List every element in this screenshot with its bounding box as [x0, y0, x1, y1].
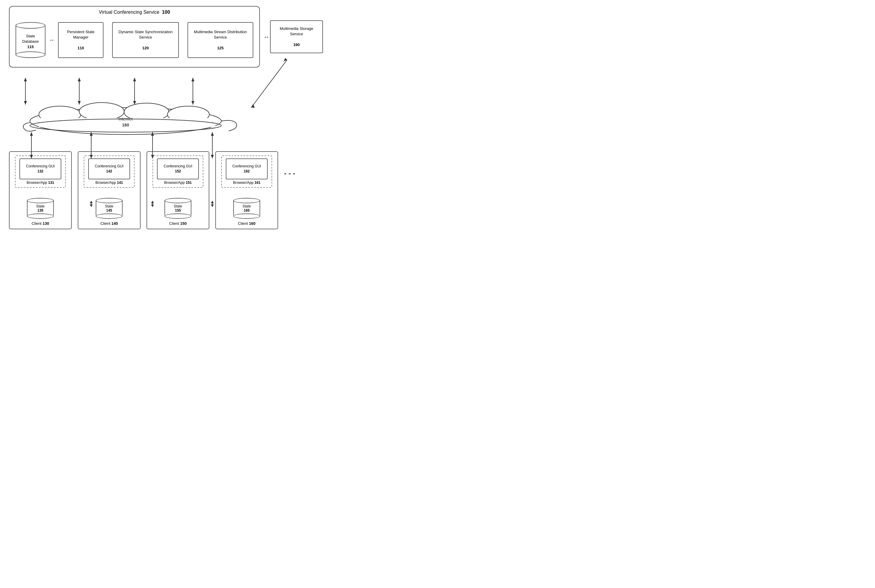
svg-marker-4 — [78, 78, 81, 81]
clients-section: Conferencing GUI 132 Browser/App 131 Sta… — [9, 151, 326, 229]
top-row: Virtual Conferencing Service 100 State D… — [6, 6, 323, 68]
client-140-label: Client 140 — [101, 221, 118, 226]
client-140-box: Conferencing GUI 142 Browser/App 141 Sta… — [78, 151, 141, 229]
state-145-cylinder: State 145 — [96, 198, 123, 219]
state-database-component: State Database 115 — [15, 19, 45, 61]
vcs-inner: State Database 115 ↔ Persistent State Ma… — [15, 19, 253, 61]
vcs-title-text: Virtual Conferencing Service — [99, 10, 159, 15]
mm-stream-box: Multimedia Stream Distribution Service 1… — [188, 22, 253, 58]
mm-storage-box: Multimedia Storage Service 190 — [270, 20, 323, 53]
gui-162-label: Conferencing GUI — [233, 164, 261, 169]
svg-text:Internet: Internet — [119, 117, 133, 122]
vcs-title: Virtual Conferencing Service 100 — [15, 10, 253, 15]
gui-152-number: 152 — [175, 169, 181, 173]
svg-point-17 — [79, 102, 124, 120]
dynamic-state-box: Dynamic State Synchronization Service 12… — [112, 22, 179, 58]
client-130-dashed: Conferencing GUI 132 Browser/App 131 — [15, 156, 66, 188]
client-140-dashed: Conferencing GUI 142 Browser/App 141 — [84, 156, 135, 188]
gui-142-number: 142 — [106, 169, 112, 173]
state-135-cylinder: State 135 — [27, 198, 54, 219]
client-160-dashed: Conferencing GUI 162 Browser/App 161 — [221, 156, 272, 188]
gui-142-box: Conferencing GUI 142 — [88, 158, 130, 179]
svg-point-19 — [168, 106, 209, 123]
svg-marker-2 — [24, 101, 27, 105]
state-db-label: State Database 115 — [22, 33, 39, 50]
svg-marker-13 — [251, 104, 255, 108]
psm-number: 110 — [78, 45, 84, 51]
browser-161-label: Browser/App 161 — [233, 180, 260, 185]
svg-point-15 — [30, 108, 221, 135]
gui-132-number: 132 — [38, 169, 44, 173]
svg-marker-1 — [24, 78, 27, 81]
svg-point-21 — [30, 119, 221, 132]
svg-marker-8 — [133, 101, 136, 105]
client-160-label: Client 160 — [238, 221, 256, 226]
client-150-dashed: Conferencing GUI 152 Browser/App 151 — [153, 156, 203, 188]
cyl-top — [15, 22, 45, 29]
client-130-box: Conferencing GUI 132 Browser/App 131 Sta… — [9, 151, 72, 229]
msds-number: 125 — [217, 45, 224, 51]
client-150-box: Conferencing GUI 152 Browser/App 151 Sta… — [147, 151, 209, 229]
client-150-label: Client 150 — [169, 221, 187, 226]
mss-number: 190 — [293, 42, 300, 48]
svg-marker-34 — [211, 132, 214, 136]
svg-marker-7 — [133, 78, 136, 81]
dss-number: 120 — [143, 45, 149, 51]
state-155-cylinder: State 155 — [165, 198, 191, 219]
gui-132-box: Conferencing GUI 132 — [20, 158, 61, 179]
arrow-db-psm: ↔ — [48, 37, 55, 44]
svg-marker-28 — [90, 132, 93, 136]
gui-142-label: Conferencing GUI — [95, 164, 123, 169]
persistent-state-box: Persistent State Manager 110 — [58, 22, 104, 58]
gui-152-label: Conferencing GUI — [164, 164, 192, 169]
gui-162-box: Conferencing GUI 162 — [226, 158, 268, 179]
browser-151-label: Browser/App 151 — [164, 180, 192, 185]
client-130-label: Client 130 — [32, 221, 50, 226]
dss-label: Dynamic State Synchronization Service — [116, 29, 175, 40]
arrow-msds-mss: ↔ — [263, 33, 270, 40]
cylinder-shape: State Database 115 — [15, 22, 45, 58]
gui-162-number: 162 — [244, 169, 250, 173]
vcs-number: 100 — [162, 10, 170, 15]
svg-point-16 — [39, 106, 81, 123]
svg-marker-31 — [151, 132, 154, 136]
state-db-number: 115 — [27, 45, 34, 50]
svg-marker-5 — [78, 101, 81, 105]
browser-141-label: Browser/App 141 — [95, 180, 123, 185]
psm-label: Persistent State Manager — [62, 29, 100, 40]
client-160-box: Conferencing GUI 162 Browser/App 161 Sta… — [215, 151, 278, 229]
cyl-bottom — [15, 51, 45, 58]
svg-point-18 — [124, 103, 169, 121]
gui-152-box: Conferencing GUI 152 — [157, 158, 199, 179]
svg-marker-11 — [191, 101, 194, 105]
svg-text:180: 180 — [122, 123, 129, 128]
svg-marker-10 — [191, 78, 194, 81]
mss-label: Multimedia Storage Service — [274, 26, 320, 37]
msds-label: Multimedia Stream Distribution Service — [191, 29, 250, 40]
architecture-diagram: Virtual Conferencing Service 100 State D… — [6, 6, 323, 229]
vcs-box: Virtual Conferencing Service 100 State D… — [9, 6, 260, 68]
state-165-cylinder: State 165 — [233, 198, 260, 219]
svg-marker-25 — [30, 132, 33, 136]
svg-rect-20 — [39, 118, 215, 127]
gui-132-label: Conferencing GUI — [26, 164, 55, 169]
browser-131-label: Browser/App 131 — [27, 180, 54, 185]
more-clients-ellipsis: - - - — [284, 169, 295, 178]
state-db-text: State Database — [22, 33, 39, 44]
